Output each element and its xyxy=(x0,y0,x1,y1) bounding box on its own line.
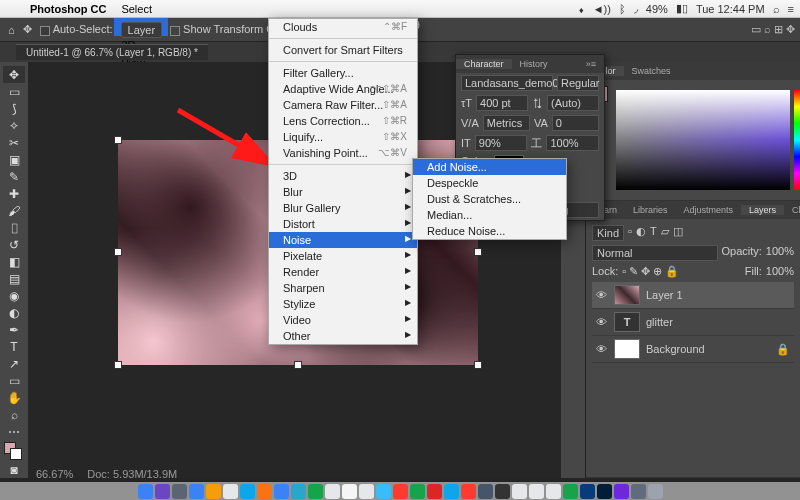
panel-tab[interactable]: Libraries xyxy=(625,205,676,215)
menu-item[interactable]: Other xyxy=(269,328,417,344)
filter-adjust-icon[interactable]: ◐ xyxy=(636,225,646,241)
menu-item[interactable]: Vanishing Point...⌥⌘V xyxy=(269,145,417,161)
notif-center-icon[interactable]: ≡ xyxy=(788,3,794,15)
wand-tool-icon[interactable]: ✧ xyxy=(3,117,25,134)
blend-mode-select[interactable]: Normal xyxy=(592,245,718,261)
layer-row[interactable]: 👁Layer 1 xyxy=(592,282,794,309)
dock-app-icon[interactable] xyxy=(308,484,323,499)
spotlight-icon[interactable]: ⌕ xyxy=(773,3,780,15)
dock-app-icon[interactable] xyxy=(189,484,204,499)
dock-app-icon[interactable] xyxy=(478,484,493,499)
lasso-tool-icon[interactable]: ⟆ xyxy=(3,100,25,117)
volume-icon[interactable]: ◄)) xyxy=(593,3,611,15)
dock-app-icon[interactable] xyxy=(342,484,357,499)
filter-pixel-icon[interactable]: ▫ xyxy=(628,225,632,241)
dock-app-icon[interactable] xyxy=(461,484,476,499)
dock-app-icon[interactable] xyxy=(529,484,544,499)
menu-item[interactable]: Reduce Noise... xyxy=(413,223,566,239)
document-tab[interactable]: Untitled-1 @ 66.7% (Layer 1, RGB/8) * xyxy=(16,44,208,60)
clock[interactable]: Tue 12:44 PM xyxy=(696,3,765,15)
menu-item[interactable]: Despeckle xyxy=(413,175,566,191)
menu-item[interactable]: Noise xyxy=(269,232,417,248)
lock-icons[interactable]: ▫ ✎ ✥ ⊕ 🔒 xyxy=(622,265,679,278)
transform-handle[interactable] xyxy=(474,248,482,256)
dock-app-icon[interactable] xyxy=(172,484,187,499)
font-family-select[interactable]: Landasans_demo01 xyxy=(461,75,553,91)
eyedropper-icon[interactable]: ✎ xyxy=(3,168,25,185)
menu-item[interactable]: Liquify...⇧⌘X xyxy=(269,129,417,145)
dock-app-icon[interactable] xyxy=(580,484,595,499)
character-tab[interactable]: Character xyxy=(456,59,512,69)
dock-app-icon[interactable] xyxy=(240,484,255,499)
dock-app-icon[interactable] xyxy=(563,484,578,499)
panel-tab[interactable]: Adjustments xyxy=(676,205,742,215)
menu-item[interactable]: Add Noise... xyxy=(413,159,566,175)
swatches-tab[interactable]: Swatches xyxy=(624,66,679,76)
fill-field[interactable]: 100% xyxy=(766,265,794,278)
zoom-tool-icon[interactable]: ⌕ xyxy=(3,407,25,424)
doc-size[interactable]: Doc: 5.93M/13.9M xyxy=(87,468,177,480)
layer-kind-filter[interactable]: Kind xyxy=(592,225,624,241)
stamp-tool-icon[interactable]: ⌷ xyxy=(3,219,25,236)
kerning-field[interactable]: Metrics xyxy=(483,115,530,131)
dock-app-icon[interactable] xyxy=(257,484,272,499)
filter-type-icon[interactable]: T xyxy=(650,225,657,241)
panel-menu-icon[interactable]: »≡ xyxy=(578,59,604,69)
menu-item[interactable]: Clouds⌃⌘F xyxy=(269,19,417,35)
dock-app-icon[interactable] xyxy=(223,484,238,499)
menu-item[interactable]: Video xyxy=(269,312,417,328)
bluetooth-icon[interactable]: ᛒ xyxy=(619,3,626,15)
color-field[interactable] xyxy=(616,90,790,190)
menu-item[interactable]: Distort xyxy=(269,216,417,232)
menu-item[interactable]: Sharpen xyxy=(269,280,417,296)
eraser-tool-icon[interactable]: ◧ xyxy=(3,253,25,270)
hand-tool-icon[interactable]: ✋ xyxy=(3,390,25,407)
hue-slider[interactable] xyxy=(794,90,800,190)
zoom-level[interactable]: 66.67% xyxy=(36,468,73,480)
dock-app-icon[interactable] xyxy=(376,484,391,499)
workspace-icons[interactable]: ▭ ⌕ ⊞ ✥ xyxy=(748,20,798,39)
dock-app-icon[interactable] xyxy=(427,484,442,499)
filter-smart-icon[interactable]: ◫ xyxy=(673,225,683,241)
dock-app-icon[interactable] xyxy=(206,484,221,499)
visibility-icon[interactable]: 👁 xyxy=(596,289,608,301)
crop-tool-icon[interactable]: ✂ xyxy=(3,134,25,151)
menu-item[interactable]: Camera Raw Filter...⇧⌘A xyxy=(269,97,417,113)
quick-mask-icon[interactable]: ◙ xyxy=(3,461,25,478)
heal-tool-icon[interactable]: ✚ xyxy=(3,185,25,202)
history-tab[interactable]: History xyxy=(512,59,556,69)
gradient-tool-icon[interactable]: ▤ xyxy=(3,270,25,287)
menu-item[interactable]: Adaptive Wide Angle...⌥⇧⌘A xyxy=(269,81,417,97)
battery-icon[interactable]: ▮▯ xyxy=(676,2,688,15)
transform-handle[interactable] xyxy=(294,361,302,369)
brush-tool-icon[interactable]: 🖌 xyxy=(3,202,25,219)
dock-app-icon[interactable] xyxy=(410,484,425,499)
menu-select[interactable]: Select xyxy=(114,0,167,18)
dock-app-icon[interactable] xyxy=(631,484,646,499)
dock-app-icon[interactable] xyxy=(546,484,561,499)
font-style-select[interactable]: Regular xyxy=(557,75,599,91)
filter-shape-icon[interactable]: ▱ xyxy=(661,225,669,241)
menu-item[interactable]: Filter Gallery... xyxy=(269,65,417,81)
show-transform-checkbox[interactable] xyxy=(170,26,180,36)
menu-item[interactable]: 3D xyxy=(269,168,417,184)
tracking-field[interactable]: 0 xyxy=(552,115,599,131)
path-tool-icon[interactable]: ↗ xyxy=(3,356,25,373)
panel-tab[interactable]: Layers xyxy=(741,205,784,215)
auto-select-target[interactable]: Layer xyxy=(121,22,163,38)
menu-item[interactable]: Stylize xyxy=(269,296,417,312)
menu-item[interactable]: Blur xyxy=(269,184,417,200)
wifi-icon[interactable]: ◞ xyxy=(634,2,638,15)
layer-row[interactable]: 👁Background🔒 xyxy=(592,336,794,363)
transform-handle[interactable] xyxy=(114,361,122,369)
opacity-field[interactable]: 100% xyxy=(766,245,794,261)
marquee-tool-icon[interactable]: ▭ xyxy=(3,83,25,100)
dock-app-icon[interactable] xyxy=(495,484,510,499)
menu-item[interactable]: Median... xyxy=(413,207,566,223)
dock-app-icon[interactable] xyxy=(614,484,629,499)
visibility-icon[interactable]: 👁 xyxy=(596,343,608,355)
dodge-tool-icon[interactable]: ◐ xyxy=(3,304,25,321)
edit-toolbar-icon[interactable]: ⋯ xyxy=(3,424,25,441)
fg-bg-swatch[interactable] xyxy=(3,441,25,461)
frame-tool-icon[interactable]: ▣ xyxy=(3,151,25,168)
